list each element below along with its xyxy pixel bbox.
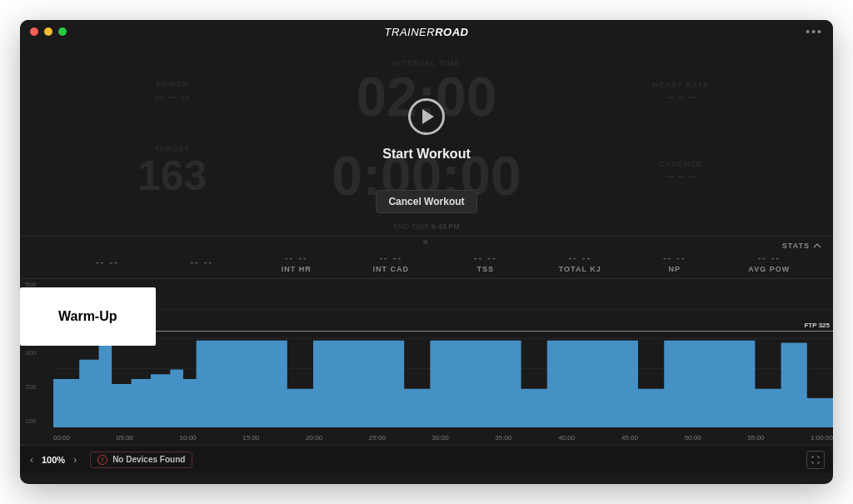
x-tick: 30:00	[432, 434, 449, 442]
brand-thin: TRAINER	[385, 26, 436, 38]
fullscreen-button[interactable]	[806, 451, 825, 469]
power-profile	[53, 279, 833, 427]
warning-icon: !	[97, 455, 107, 465]
minimize-icon[interactable]	[44, 27, 52, 36]
stat-label: TSS	[476, 265, 494, 273]
zoom-value: 100%	[42, 455, 65, 465]
app-window: TRAINERROAD ••• POWER -- -- -- INTERVAL …	[20, 20, 833, 484]
x-tick: 05:00	[117, 434, 133, 442]
stat-label: INT HR	[282, 265, 312, 273]
stat-value: -- --	[285, 252, 308, 262]
stat-cell: -- --AVG POW	[722, 252, 817, 273]
stat-value: -- --	[379, 252, 402, 262]
stat-cell: -- --	[60, 257, 155, 269]
bottom-bar: ‹ 100% › ! No Devices Found	[20, 445, 833, 473]
stat-cell: -- --	[155, 257, 250, 269]
stat-label: INT CAD	[373, 265, 410, 273]
window-controls[interactable]	[30, 27, 67, 36]
stat-cell: -- --TOTAL KJ	[533, 252, 628, 273]
stat-cell: -- --INT HR	[249, 252, 344, 273]
stat-value: -- --	[568, 252, 591, 262]
y-tick: 100	[25, 417, 53, 425]
x-tick: 35:00	[495, 434, 511, 442]
start-overlay: Start Workout Cancel Workout	[20, 43, 833, 236]
stat-cell: -- --NP	[627, 252, 722, 273]
x-tick: 50:00	[685, 434, 701, 442]
drag-handle-icon[interactable]: ≡	[20, 237, 833, 247]
no-devices-badge[interactable]: ! No Devices Found	[90, 452, 192, 468]
stat-label: NP	[668, 265, 681, 273]
brand-bold: ROAD	[435, 26, 468, 38]
x-axis: 00:0005:0010:0015:0020:0025:0030:0035:00…	[53, 434, 833, 442]
app-brand: TRAINERROAD	[385, 26, 469, 38]
zoom-in-button[interactable]: ›	[72, 454, 78, 466]
fullscreen-icon	[811, 456, 820, 464]
stat-value: -- --	[757, 252, 781, 262]
zoom-out-button[interactable]: ‹	[28, 454, 35, 466]
stats-toggle-label: STATS	[782, 242, 810, 250]
x-tick: 20:00	[306, 434, 322, 442]
stat-label: AVG POW	[748, 265, 790, 273]
x-tick: 40:00	[558, 434, 575, 442]
maximize-icon[interactable]	[58, 27, 67, 36]
play-button[interactable]	[408, 98, 445, 135]
play-icon	[422, 109, 434, 124]
close-icon[interactable]	[30, 27, 38, 36]
interval-tooltip: Warm-Up	[20, 287, 156, 346]
x-tick: 45:00	[621, 434, 638, 442]
x-tick: 55:00	[747, 434, 764, 442]
stat-value: -- --	[190, 257, 213, 267]
stats-toggle[interactable]: STATS	[782, 242, 821, 250]
x-tick: 25:00	[369, 434, 386, 442]
more-menu-icon[interactable]: •••	[806, 25, 823, 38]
workout-chart[interactable]: 500400300200100 FTP 325 00:0005:0010:001…	[20, 278, 833, 445]
start-workout-label: Start Workout	[382, 147, 470, 162]
y-tick: 300	[25, 349, 53, 357]
stat-value: -- --	[96, 257, 119, 267]
cancel-workout-button[interactable]: Cancel Workout	[376, 190, 476, 213]
no-devices-label: No Devices Found	[112, 455, 185, 464]
titlebar: TRAINERROAD •••	[20, 20, 833, 43]
y-tick: 200	[25, 383, 53, 391]
stat-value: -- --	[474, 252, 497, 262]
stat-label: TOTAL KJ	[559, 265, 601, 273]
x-tick: 15:00	[242, 434, 259, 442]
x-tick: 1:00:00	[811, 434, 833, 442]
stat-value: -- --	[663, 252, 686, 262]
end-time-label: END TIME	[393, 222, 429, 231]
stat-cell: -- --TSS	[438, 252, 533, 273]
main-panel: POWER -- -- -- INTERVAL TIME 02:00 HEART…	[20, 43, 833, 237]
end-time: END TIME 9:43 PM	[393, 222, 460, 231]
x-tick: 00:00	[53, 434, 70, 442]
x-tick: 10:00	[180, 434, 197, 442]
stat-cell: -- --INT CAD	[344, 252, 439, 273]
stats-row: STATS -- ---- ---- --INT HR-- --INT CAD-…	[20, 247, 833, 278]
end-time-value: 9:43 PM	[431, 222, 460, 231]
chevron-up-icon	[813, 242, 821, 250]
